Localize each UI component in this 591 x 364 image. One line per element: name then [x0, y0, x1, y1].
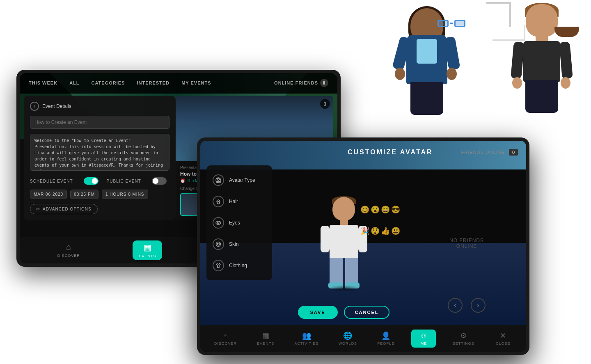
emoji-cloud-decoration: 😊😮😄 😎🎉😲 👍😃 — [360, 205, 401, 246]
prev-arrow-button[interactable]: ‹ — [448, 298, 463, 313]
female-avatar-legs — [410, 82, 443, 115]
save-button[interactable]: SAVE — [298, 306, 338, 319]
front-activities-label: ACTIVITIES — [294, 341, 318, 346]
clothing-option[interactable]: Clothing — [206, 255, 272, 276]
tab-all[interactable]: ALL — [64, 77, 84, 89]
avatar-customization-panel: Avatar Type Hair Eyes — [206, 165, 272, 280]
avatar-header: CUSTOMIZE AVATAR FRIENDS ONLINE 0 — [200, 141, 526, 163]
front-settings-icon: ⚙ — [460, 331, 467, 340]
front-nav-me[interactable]: ☺ ME — [411, 330, 436, 348]
avatar-3d-figure: 😊😮😄 😎🎉😲 👍😃 — [319, 197, 369, 287]
svg-point-2 — [217, 201, 220, 204]
front-events-label: EVENTS — [257, 341, 274, 346]
tab-my-events[interactable]: MY EVENTS — [176, 77, 216, 89]
schedule-event-label: SCHEDULE EVENT — [30, 179, 73, 183]
male-avatar-character — [501, 4, 583, 127]
gear-icon: ⚙ — [36, 207, 40, 211]
schedule-event-toggle[interactable] — [84, 177, 98, 185]
front-settings-label: SETTINGS — [453, 341, 474, 346]
skin-option[interactable]: Skin — [206, 234, 272, 255]
front-nav-activities[interactable]: 👥 ACTIVITIES — [291, 329, 322, 348]
public-event-toggle[interactable] — [152, 177, 167, 185]
hair-icon — [213, 196, 224, 207]
front-close-icon: ✕ — [500, 331, 506, 340]
front-nav-people[interactable]: 👤 PEOPLE — [373, 329, 398, 348]
panel-navigation-arrows: ‹ › — [411, 298, 522, 313]
front-people-icon: 👤 — [381, 331, 390, 340]
cancel-button[interactable]: CANCEL — [344, 306, 390, 319]
public-event-label: PUBLIC EVENT — [107, 179, 141, 183]
clock-icon: ⏰ — [180, 179, 185, 183]
event-time-field[interactable]: 03:25 PM — [70, 190, 98, 199]
female-avatar-left-hand — [395, 68, 405, 80]
back-nav-events-label: EVENTS — [139, 254, 156, 258]
discover-icon: ⌂ — [66, 243, 71, 252]
front-close-label: CLOSE — [496, 341, 511, 346]
front-people-label: PEOPLE — [377, 341, 394, 346]
front-tablet: CUSTOMIZE AVATAR FRIENDS ONLINE 0 Avatar… — [197, 137, 529, 355]
male-avatar-left-arm — [511, 41, 525, 79]
avatar-characters-display — [378, 0, 591, 140]
avatar-head — [332, 197, 355, 221]
event-duration-field[interactable]: 1 HOURS 0 MINS — [102, 190, 148, 199]
front-me-label: ME — [421, 341, 427, 346]
no-friends-message: NO FRIENDS ONLINE — [439, 238, 495, 249]
male-avatar-torso — [523, 41, 560, 82]
eyes-icon — [213, 217, 224, 229]
male-avatar-beard — [554, 27, 579, 37]
eyes-option[interactable]: Eyes — [206, 212, 272, 234]
event-description-field[interactable]: Welcome to the "How to Create an Event" … — [30, 134, 170, 171]
advanced-options-button[interactable]: ⚙ ADVANCED OPTIONS — [30, 204, 98, 214]
tab-categories[interactable]: CATEGORIES — [87, 77, 130, 89]
skin-label: Skin — [229, 241, 238, 247]
front-nav-discover[interactable]: ⌂ DISCOVER — [211, 330, 240, 348]
friends-online-header: FRIENDS ONLINE 0 — [461, 149, 518, 156]
front-nav-events[interactable]: ▦ EVENTS — [253, 329, 278, 348]
svg-point-3 — [216, 221, 221, 224]
male-avatar-left-hand — [512, 77, 522, 89]
event-preview-badge: 1 — [320, 99, 330, 109]
event-details-label: Event Details — [42, 103, 71, 109]
back-nav-discover[interactable]: ⌂ DISCOVER — [51, 240, 86, 260]
event-date-field[interactable]: MAR 06 2020 — [30, 190, 67, 199]
back-nav-discover-label: DISCOVER — [57, 254, 80, 258]
glasses-lens-right — [454, 20, 465, 27]
female-avatar-right-hand — [447, 68, 457, 80]
eyes-label: Eyes — [229, 220, 240, 226]
svg-point-5 — [216, 242, 221, 247]
female-avatar-character — [386, 8, 468, 131]
glasses-frame — [438, 20, 465, 27]
front-nav-settings[interactable]: ⚙ SETTINGS — [449, 329, 478, 348]
event-back-button[interactable]: ‹ Event Details — [30, 102, 170, 111]
male-avatar-right-hand — [561, 77, 570, 89]
glasses-bridge — [450, 23, 453, 24]
front-worlds-label: WORLDS — [339, 341, 357, 346]
hair-label: Hair — [229, 199, 238, 204]
back-circle-icon: ‹ — [30, 102, 39, 111]
friends-online-panel: NO FRIENDS ONLINE ‹ › — [411, 165, 522, 321]
tab-interested[interactable]: INTERESTED — [132, 77, 174, 89]
front-nav-close[interactable]: ✕ CLOSE — [491, 329, 515, 348]
hair-option[interactable]: Hair — [206, 191, 272, 212]
male-avatar-head — [526, 4, 558, 37]
front-discover-label: DISCOVER — [214, 341, 237, 346]
customize-avatar-title: CUSTOMIZE AVATAR — [319, 149, 461, 156]
front-tablet-screen: CUSTOMIZE AVATAR FRIENDS ONLINE 0 Avatar… — [200, 141, 526, 352]
next-arrow-button[interactable]: › — [471, 298, 486, 313]
skin-icon — [213, 238, 224, 250]
friends-online-count: 0 — [509, 149, 518, 156]
avatar-type-option[interactable]: Avatar Type — [206, 169, 272, 191]
event-toggles: SCHEDULE EVENT PUBLIC EVENT — [30, 177, 170, 185]
friends-online-label: FRIENDS ONLINE — [461, 150, 505, 155]
front-activities-icon: 👥 — [302, 331, 311, 340]
event-detail-panel: ‹ Event Details Welcome to the "How to C… — [24, 96, 176, 220]
event-datetime-row: MAR 06 2020 03:25 PM 1 HOURS 0 MINS — [30, 190, 170, 199]
event-title-input[interactable] — [30, 116, 170, 129]
front-nav-worlds[interactable]: 🌐 WORLDS — [335, 329, 361, 348]
tab-online-friends[interactable]: ONLINE FRIENDS 0 — [269, 76, 333, 91]
front-worlds-icon: 🌐 — [343, 331, 352, 340]
avatar-type-label: Avatar Type — [229, 177, 255, 183]
back-nav-events[interactable]: ▦ EVENTS — [133, 240, 162, 260]
front-tablet-bottom-nav: ⌂ DISCOVER ▦ EVENTS 👥 ACTIVITIES 🌐 WORLD… — [200, 325, 526, 352]
tab-this-week[interactable]: THIS WEEK — [24, 77, 62, 89]
